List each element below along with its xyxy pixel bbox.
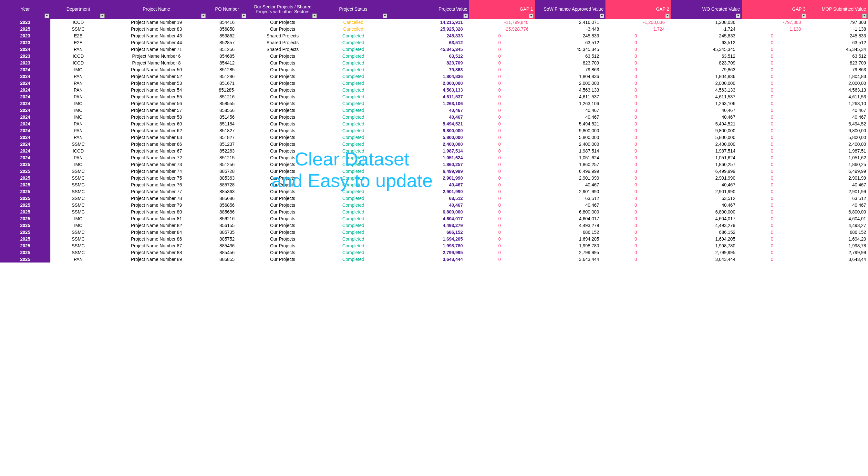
cell-sector[interactable]: Our Projects xyxy=(247,53,318,59)
cell-gap1[interactable]: 0 xyxy=(469,93,535,100)
cell-wo[interactable]: 63,512 xyxy=(671,53,742,59)
cell-gap2[interactable]: 0 xyxy=(606,181,671,188)
cell-dept[interactable]: PAN xyxy=(51,73,106,80)
cell-gap3[interactable]: 0 xyxy=(742,87,807,93)
cell-dept[interactable]: ICCD xyxy=(51,59,106,66)
cell-sector[interactable]: Our Projects xyxy=(247,249,318,256)
cell-mop[interactable]: 797,303 xyxy=(807,19,868,26)
cell-wo[interactable]: 1,998,780 xyxy=(671,242,742,249)
cell-gap3[interactable]: 0 xyxy=(742,161,807,168)
cell-value[interactable]: 9,800,000 xyxy=(389,127,469,134)
cell-pname[interactable]: Project Name Number 56 xyxy=(106,100,207,107)
cell-gap1[interactable]: 0 xyxy=(469,59,535,66)
cell-gap1[interactable]: -11,799,840 xyxy=(469,19,535,26)
cell-dept[interactable]: PAN xyxy=(51,87,106,93)
cell-gap3[interactable]: 0 xyxy=(742,141,807,147)
cell-status[interactable]: Completed xyxy=(318,202,389,208)
cell-status[interactable]: Completed xyxy=(318,256,389,263)
cell-gap3[interactable]: 0 xyxy=(742,134,807,141)
cell-pname[interactable]: Project Name Number 84 xyxy=(106,229,207,235)
table-row[interactable]: 2024PANProject Name Number 54851285-Our … xyxy=(0,87,868,93)
cell-pname[interactable]: Project Name Number 74 xyxy=(106,168,207,174)
cell-mop[interactable]: 40,467 xyxy=(807,113,868,120)
cell-value[interactable]: 6,499,999 xyxy=(389,168,469,174)
table-row[interactable]: 2024IMCProject Name Number 56858555Our P… xyxy=(0,100,868,107)
cell-po[interactable]: 858556 xyxy=(207,107,247,113)
cell-value[interactable]: 1,051,624 xyxy=(389,154,469,161)
cell-sow[interactable]: 1,804,836 xyxy=(535,73,606,80)
cell-sow[interactable]: 4,604,017 xyxy=(535,215,606,222)
cell-po[interactable]: 851237 xyxy=(207,141,247,147)
cell-gap2[interactable]: 0 xyxy=(606,134,671,141)
cell-dept[interactable]: PAN xyxy=(51,93,106,100)
cell-status[interactable]: Cancelled xyxy=(318,19,389,26)
cell-dept[interactable]: IMC xyxy=(51,66,106,73)
cell-gap1[interactable]: 0 xyxy=(469,249,535,256)
cell-sow[interactable]: 2,416,071 xyxy=(535,19,606,26)
cell-sow[interactable]: 3,643,444 xyxy=(535,256,606,263)
cell-wo[interactable]: 63,512 xyxy=(671,39,742,46)
cell-sector[interactable]: Our Projects xyxy=(247,87,318,93)
cell-dept[interactable]: ICCD xyxy=(51,147,106,154)
cell-value[interactable]: 1,860,257 xyxy=(389,161,469,168)
table-row[interactable]: 2023ICCDProject Name Number 19854416Our … xyxy=(0,19,868,26)
cell-pname[interactable]: Project Name Number 81 xyxy=(106,215,207,222)
cell-mop[interactable]: 6,499,99 xyxy=(807,168,868,174)
cell-value[interactable]: 1,998,780 xyxy=(389,242,469,249)
cell-sector[interactable]: Shared Projects xyxy=(247,32,318,39)
cell-gap2[interactable]: 0 xyxy=(606,235,671,242)
cell-po[interactable]: 851184 xyxy=(207,120,247,127)
cell-sow[interactable]: 9,800,000 xyxy=(535,127,606,134)
cell-wo[interactable]: 2,901,990 xyxy=(671,174,742,181)
cell-mop[interactable]: 63,512 xyxy=(807,53,868,59)
cell-gap1[interactable]: 0 xyxy=(469,195,535,202)
cell-sector[interactable]: Our Projects xyxy=(247,242,318,249)
cell-gap2[interactable]: 0 xyxy=(606,59,671,66)
cell-sow[interactable]: 40,467 xyxy=(535,181,606,188)
cell-wo[interactable]: 2,799,995 xyxy=(671,249,742,256)
cell-dept[interactable]: SSMC xyxy=(51,242,106,249)
cell-year[interactable]: 2024 xyxy=(0,80,51,87)
cell-wo[interactable]: 4,611,537 xyxy=(671,93,742,100)
table-row[interactable]: 2025SSMCProject Name Number 84885735Our … xyxy=(0,229,868,235)
cell-sow[interactable]: 45,345,345 xyxy=(535,46,606,53)
table-row[interactable]: 2025IMCProject Name Number 81856216Our P… xyxy=(0,215,868,222)
cell-pname[interactable]: Project Name Number 54 xyxy=(106,87,207,93)
cell-year[interactable]: 2025 xyxy=(0,208,51,215)
cell-gap1[interactable]: 0 xyxy=(469,120,535,127)
column-header-sow[interactable]: SoW Finance Approved Value xyxy=(535,0,606,19)
cell-value[interactable]: 4,604,017 xyxy=(389,215,469,222)
table-row[interactable]: 2025SSMCProject Name Number 79856856Our … xyxy=(0,202,868,208)
cell-mop[interactable]: 40,467 xyxy=(807,181,868,188)
cell-gap1[interactable]: 0 xyxy=(469,113,535,120)
cell-wo[interactable]: 1,263,106 xyxy=(671,100,742,107)
filter-dropdown-icon[interactable] xyxy=(802,13,806,18)
cell-wo[interactable]: 1,804,836 xyxy=(671,73,742,80)
cell-dept[interactable]: PAN xyxy=(51,46,106,53)
cell-dept[interactable]: E2E xyxy=(51,32,106,39)
cell-sow[interactable]: 63,512 xyxy=(535,39,606,46)
cell-gap1[interactable]: 0 xyxy=(469,66,535,73)
cell-gap3[interactable]: 0 xyxy=(742,93,807,100)
cell-wo[interactable]: 4,604,017 xyxy=(671,215,742,222)
cell-gap1[interactable]: 0 xyxy=(469,141,535,147)
cell-status[interactable]: Completed xyxy=(318,188,389,195)
column-header-value[interactable]: Projects Value xyxy=(389,0,469,19)
cell-year[interactable]: 2025 xyxy=(0,222,51,229)
cell-gap1[interactable]: 0 xyxy=(469,87,535,93)
cell-mop[interactable]: 1,804,83 xyxy=(807,73,868,80)
cell-year[interactable]: 2023 xyxy=(0,39,51,46)
cell-year[interactable]: 2023 xyxy=(0,32,51,39)
cell-value[interactable]: 2,799,995 xyxy=(389,249,469,256)
cell-mop[interactable]: 63,512 xyxy=(807,39,868,46)
cell-pname[interactable]: Project Name Number 79 xyxy=(106,202,207,208)
cell-gap2[interactable]: 0 xyxy=(606,66,671,73)
cell-status[interactable]: Completed xyxy=(318,208,389,215)
cell-pname[interactable]: Project Name Number 82 xyxy=(106,222,207,229)
cell-sector[interactable]: Our Projects xyxy=(247,120,318,127)
cell-sector[interactable]: Our Projects xyxy=(247,147,318,154)
cell-gap3[interactable]: 0 xyxy=(742,195,807,202)
cell-pname[interactable]: Project Name Number 86 xyxy=(106,235,207,242)
cell-pname[interactable]: Project Name Number 50 xyxy=(106,66,207,73)
cell-value[interactable]: 5,494,521 xyxy=(389,120,469,127)
